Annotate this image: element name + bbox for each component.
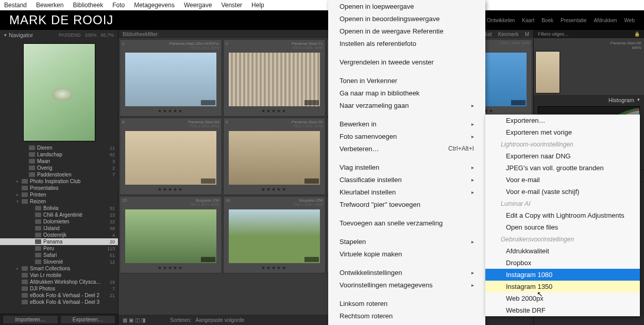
module-web[interactable]: Web bbox=[624, 18, 635, 23]
tree-item-overig[interactable]: Overig2 bbox=[0, 165, 118, 171]
star-rating[interactable]: ★★★★★ bbox=[122, 107, 219, 115]
tree-item-ebookfotoverhaaldeel[interactable]: eBook Foto & Verhaal - Deel 3 bbox=[0, 299, 118, 305]
tree-item-djiphotos[interactable]: DJI Photos7 bbox=[0, 285, 118, 292]
star-rating[interactable]: ★★★★★ bbox=[226, 186, 323, 193]
thumbnail[interactable] bbox=[229, 209, 320, 263]
submenu-item[interactable]: Exporteren met vorige bbox=[485, 126, 640, 138]
zoom-100[interactable]: 100% bbox=[84, 32, 96, 38]
ctx-item[interactable]: Bewerken in bbox=[328, 118, 485, 130]
ctx-item[interactable]: Virtuele kopie maken bbox=[328, 248, 485, 260]
tree-item-bolivia[interactable]: Bolivia51 bbox=[0, 205, 118, 212]
menu-metagegevens[interactable]: Metagegevens bbox=[134, 2, 175, 9]
submenu-item[interactable]: Edit a Copy with Lightroom Adjustments bbox=[485, 209, 640, 221]
ctx-item[interactable]: Instellen als referentiefoto bbox=[328, 37, 485, 50]
tree-item-landschap[interactable]: Landschap82 bbox=[0, 151, 118, 158]
tree-item-maan[interactable]: Maan3 bbox=[0, 158, 118, 165]
ctx-item[interactable]: Naar verzameling gaan bbox=[328, 99, 485, 111]
zoom-custom[interactable]: 66,7% bbox=[100, 32, 114, 38]
star-rating[interactable]: ★★★★★ bbox=[226, 107, 323, 115]
submenu-item[interactable]: Exporteren naar DNG bbox=[485, 150, 640, 162]
module-afdrukken[interactable]: Afdrukken bbox=[594, 18, 617, 23]
tree-item-dolomieten[interactable]: Dolomieten22 bbox=[0, 218, 118, 225]
ctx-item[interactable]: Foto samenvoegen bbox=[328, 130, 485, 142]
module-presentatie[interactable]: Presentatie bbox=[561, 18, 587, 23]
thumbnail[interactable] bbox=[125, 53, 216, 106]
ctx-item[interactable]: Ontwikkelinstellingen bbox=[328, 266, 485, 279]
ctx-item[interactable]: Ga naar map in bibliotheek bbox=[328, 87, 485, 99]
ctx-item[interactable]: Vergrendelen in tweede venster bbox=[328, 56, 485, 68]
submenu-item[interactable]: Instagram 1350 bbox=[485, 281, 640, 293]
tree-item-smartcollections[interactable]: ▸ Smart Collections bbox=[0, 265, 118, 272]
menu-bibliotheek[interactable]: Bibliotheek bbox=[73, 2, 103, 9]
tree-item-printen[interactable]: ▸ Printen bbox=[0, 191, 118, 198]
star-rating[interactable]: ★★★★★ bbox=[226, 264, 323, 271]
ctx-item[interactable]: Openen in de weergave Referentie bbox=[328, 25, 485, 37]
grid-cell[interactable]: 8Panama-Stad-847728 x 5256 ARW ★★★★★ bbox=[120, 118, 222, 195]
menu-weergave[interactable]: Weergave bbox=[184, 2, 212, 9]
sort-value[interactable]: Aangepaste volgorde bbox=[195, 317, 244, 323]
submenu-item[interactable]: Open source files bbox=[485, 221, 640, 233]
tree-item-presentaties[interactable]: Presentaties bbox=[0, 185, 118, 191]
filmstrip-thumb[interactable] bbox=[535, 51, 560, 93]
submenu-item[interactable]: Voor e-mail (vaste schijf) bbox=[485, 186, 640, 198]
submenu-item[interactable]: Web 2000px bbox=[485, 293, 640, 304]
grid-cell[interactable]: 2Panama-Stad-719592 x 5304 ARW ★★★★★ bbox=[223, 39, 326, 117]
star-rating[interactable]: ★★★★★ bbox=[122, 264, 219, 271]
ctx-item[interactable]: Toevoegen aan snelle verzameling bbox=[328, 217, 485, 229]
thumbnail[interactable] bbox=[125, 131, 216, 185]
tree-item-afdrukkenworkshopcitysca[interactable]: Afdrukken Workshop Citysca…19 bbox=[0, 279, 118, 285]
module-kaart[interactable]: Kaart bbox=[522, 18, 534, 23]
tree-item-paddenstoelen[interactable]: Paddenstoelen7 bbox=[0, 171, 118, 178]
ctx-item[interactable]: Kleurlabel instellen bbox=[328, 186, 485, 198]
tree-item-oostenrijk[interactable]: Oostenrijk4 bbox=[0, 232, 118, 238]
ctx-item[interactable]: Stapelen bbox=[328, 235, 485, 248]
tree-item-dieren[interactable]: Dieren11 bbox=[0, 144, 118, 151]
ctx-item[interactable]: Openen in loepweergave bbox=[328, 0, 485, 12]
tree-item-vanlrmobile[interactable]: Van Lr mobile bbox=[0, 272, 118, 279]
filter-tab[interactable]: Kenmerk bbox=[498, 31, 519, 37]
submenu-item[interactable]: Website DRF bbox=[485, 304, 640, 316]
export-button[interactable]: Exporteren… bbox=[61, 316, 115, 323]
submenu-item[interactable]: Afdrukkwaliteit bbox=[485, 245, 640, 257]
tree-item-photoinspirationclub[interactable]: ▸ Photo Inspiration Club bbox=[0, 178, 118, 185]
ctx-item[interactable]: Rechtsom roteren bbox=[328, 310, 485, 322]
ctx-item[interactable]: Voorinstellingen metagegevens bbox=[328, 279, 485, 291]
lock-icon[interactable]: 🔒 bbox=[634, 31, 640, 37]
tree-item-sloveni[interactable]: Slovenië12 bbox=[0, 258, 118, 265]
menu-venster[interactable]: Venster bbox=[221, 2, 242, 9]
tree-item-ijsland[interactable]: IJsland58 bbox=[0, 225, 118, 232]
thumbnail[interactable] bbox=[125, 209, 216, 263]
module-boek[interactable]: Boek bbox=[541, 18, 553, 23]
submenu-item[interactable]: Instagram 1080 bbox=[485, 269, 640, 281]
thumbnail[interactable] bbox=[229, 53, 320, 106]
view-mode-icons[interactable]: ▦ ▣ ◫ ◨ bbox=[123, 317, 145, 323]
star-rating[interactable]: ★★★★★ bbox=[122, 186, 219, 193]
grid-cell[interactable]: 16Boquete-2567952 x 5304 ARW ★★★★★ bbox=[223, 196, 326, 273]
tree-item-peru[interactable]: Peru113 bbox=[0, 245, 118, 252]
thumbnail[interactable] bbox=[229, 131, 320, 185]
ctx-item[interactable]: Vlag instellen bbox=[328, 161, 485, 173]
grid-cell[interactable]: 1Panama-Stad-264-HDRPro7963 x 2611 ARW ★… bbox=[120, 39, 222, 117]
menu-foto[interactable]: Foto bbox=[112, 2, 125, 9]
ctx-item[interactable]: Verbeteren…Ctrl+Alt+I bbox=[328, 142, 485, 155]
menu-bestand[interactable]: Bestand bbox=[4, 2, 27, 9]
tree-item-safari[interactable]: Safari51 bbox=[0, 252, 118, 258]
navigator-header[interactable]: ▾ Navigator PASSEND 100% 66,7% bbox=[0, 30, 118, 40]
ctx-item[interactable]: Trefwoord "pier" toevoegen bbox=[328, 198, 485, 210]
grid-cell[interactable]: 9Panama-Stad-767952 x 5263 ARW ★★★★★ bbox=[223, 118, 326, 195]
navigator-preview[interactable] bbox=[23, 43, 95, 141]
module-ontwikkelen[interactable]: Ontwikkelen bbox=[487, 18, 515, 23]
ctx-item[interactable]: Linksom roteren bbox=[328, 297, 485, 310]
menu-bewerken[interactable]: Bewerken bbox=[36, 2, 63, 9]
import-button[interactable]: Importeren… bbox=[3, 316, 58, 323]
ctx-item[interactable]: Openen in beoordelingsweergave bbox=[328, 12, 485, 25]
filter-tab[interactable]: M bbox=[525, 31, 529, 37]
ctx-item[interactable]: Tonen in Verkenner bbox=[328, 74, 485, 87]
menu-help[interactable]: Help bbox=[251, 2, 264, 9]
submenu-item[interactable]: JPEG's van voll. grootte branden bbox=[485, 162, 640, 174]
fit-label[interactable]: PASSEND bbox=[59, 32, 80, 38]
submenu-item[interactable]: Voor e-mail bbox=[485, 174, 640, 186]
tree-item-reizen[interactable]: ▾ Reizen bbox=[0, 198, 118, 205]
submenu-item[interactable]: Exporteren… bbox=[485, 115, 640, 126]
grid-cell[interactable]: 15Boquete-2367952 x 4973 ARW ★★★★★ bbox=[120, 196, 222, 273]
